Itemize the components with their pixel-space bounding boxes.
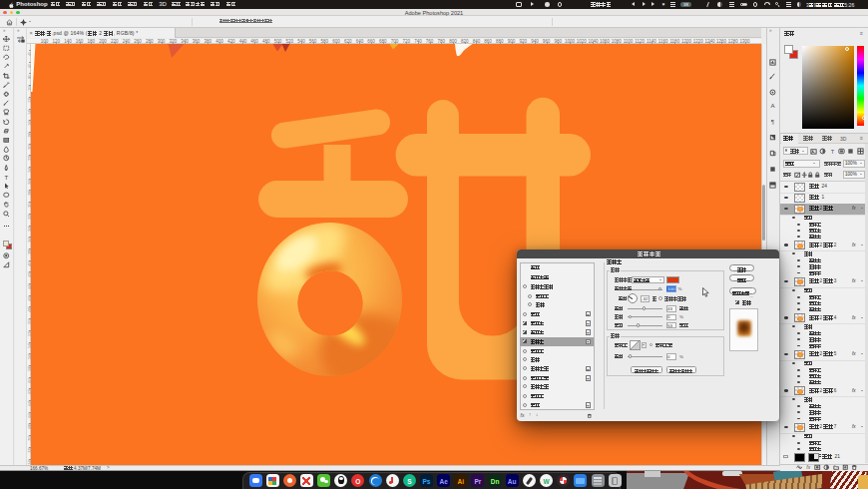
svg-text:T: T	[830, 148, 834, 154]
svg-text:fx: fx	[806, 465, 810, 470]
svg-text:A: A	[770, 102, 775, 109]
svg-text:¶: ¶	[771, 118, 775, 125]
svg-text:T: T	[5, 174, 9, 181]
